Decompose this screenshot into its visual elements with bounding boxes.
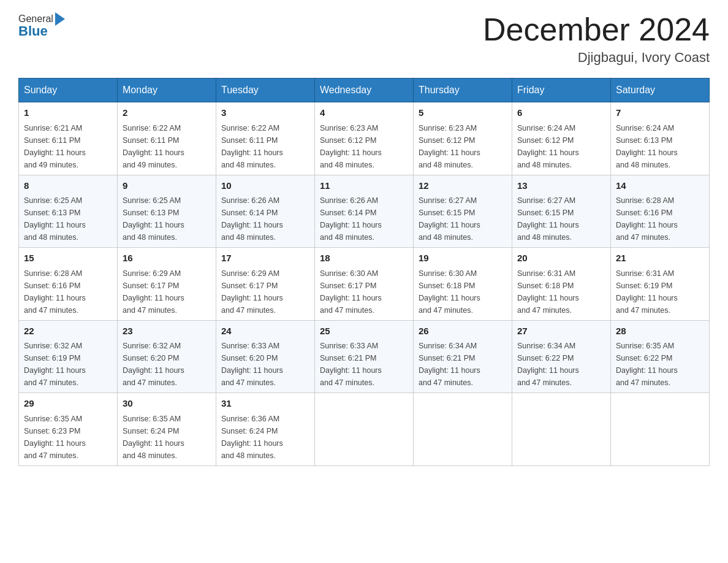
logo: General Blue [18, 12, 67, 39]
day-info: Sunrise: 6:35 AMSunset: 6:24 PMDaylight:… [123, 413, 211, 462]
day-info: Sunrise: 6:23 AMSunset: 6:12 PMDaylight:… [320, 122, 408, 171]
day-info: Sunrise: 6:25 AMSunset: 6:13 PMDaylight:… [123, 194, 211, 243]
calendar-cell: 2Sunrise: 6:22 AMSunset: 6:11 PMDaylight… [118, 102, 216, 175]
day-number: 12 [419, 179, 507, 193]
day-info: Sunrise: 6:26 AMSunset: 6:14 PMDaylight:… [320, 194, 408, 243]
day-number: 10 [221, 179, 309, 193]
day-number: 31 [221, 397, 309, 411]
calendar-cell: 24Sunrise: 6:33 AMSunset: 6:20 PMDayligh… [216, 320, 315, 393]
calendar-cell: 8Sunrise: 6:25 AMSunset: 6:13 PMDaylight… [19, 175, 118, 248]
calendar-week-2: 8Sunrise: 6:25 AMSunset: 6:13 PMDaylight… [19, 175, 710, 248]
day-number: 27 [517, 324, 605, 339]
day-number: 8 [24, 179, 112, 193]
calendar-cell [512, 393, 611, 466]
day-info: Sunrise: 6:34 AMSunset: 6:22 PMDaylight:… [517, 340, 605, 389]
calendar-table: Sunday Monday Tuesday Wednesday Thursday… [18, 78, 710, 466]
day-info: Sunrise: 6:28 AMSunset: 6:16 PMDaylight:… [24, 267, 112, 316]
day-number: 19 [419, 251, 507, 266]
day-info: Sunrise: 6:21 AMSunset: 6:11 PMDaylight:… [24, 122, 112, 171]
day-number: 16 [123, 251, 211, 266]
day-info: Sunrise: 6:24 AMSunset: 6:12 PMDaylight:… [517, 122, 605, 171]
calendar-cell: 6Sunrise: 6:24 AMSunset: 6:12 PMDaylight… [512, 102, 611, 175]
calendar-week-1: 1Sunrise: 6:21 AMSunset: 6:11 PMDaylight… [19, 102, 710, 175]
day-info: Sunrise: 6:29 AMSunset: 6:17 PMDaylight:… [123, 267, 211, 316]
calendar-cell: 13Sunrise: 6:27 AMSunset: 6:15 PMDayligh… [512, 175, 611, 248]
day-info: Sunrise: 6:26 AMSunset: 6:14 PMDaylight:… [221, 194, 309, 243]
day-number: 1 [24, 106, 112, 120]
day-info: Sunrise: 6:32 AMSunset: 6:19 PMDaylight:… [24, 340, 112, 389]
col-friday: Friday [512, 79, 611, 102]
calendar-cell: 10Sunrise: 6:26 AMSunset: 6:14 PMDayligh… [216, 175, 315, 248]
day-info: Sunrise: 6:33 AMSunset: 6:20 PMDaylight:… [221, 340, 309, 389]
day-number: 22 [24, 324, 112, 339]
day-info: Sunrise: 6:36 AMSunset: 6:24 PMDaylight:… [221, 413, 309, 462]
calendar-cell: 19Sunrise: 6:30 AMSunset: 6:18 PMDayligh… [414, 248, 512, 321]
day-number: 15 [24, 251, 112, 266]
day-number: 28 [616, 324, 704, 339]
calendar-cell: 14Sunrise: 6:28 AMSunset: 6:16 PMDayligh… [611, 175, 710, 248]
day-number: 17 [221, 251, 309, 266]
calendar-cell: 29Sunrise: 6:35 AMSunset: 6:23 PMDayligh… [19, 393, 118, 466]
col-sunday: Sunday [19, 79, 118, 102]
day-number: 3 [221, 106, 309, 120]
day-number: 24 [221, 324, 309, 339]
day-number: 25 [320, 324, 408, 339]
day-info: Sunrise: 6:22 AMSunset: 6:11 PMDaylight:… [221, 122, 309, 171]
day-info: Sunrise: 6:31 AMSunset: 6:18 PMDaylight:… [517, 267, 605, 316]
calendar-cell: 16Sunrise: 6:29 AMSunset: 6:17 PMDayligh… [118, 248, 216, 321]
day-number: 6 [517, 106, 605, 120]
day-info: Sunrise: 6:34 AMSunset: 6:21 PMDaylight:… [419, 340, 507, 389]
day-info: Sunrise: 6:31 AMSunset: 6:19 PMDaylight:… [616, 267, 704, 316]
calendar-cell: 9Sunrise: 6:25 AMSunset: 6:13 PMDaylight… [118, 175, 216, 248]
day-info: Sunrise: 6:35 AMSunset: 6:23 PMDaylight:… [24, 413, 112, 462]
day-info: Sunrise: 6:30 AMSunset: 6:18 PMDaylight:… [419, 267, 507, 316]
day-info: Sunrise: 6:23 AMSunset: 6:12 PMDaylight:… [419, 122, 507, 171]
day-number: 13 [517, 179, 605, 193]
calendar-cell [611, 393, 710, 466]
title-section: December 2024 Djigbagui, Ivory Coast [483, 12, 710, 66]
day-number: 11 [320, 179, 408, 193]
logo-blue-text: Blue [18, 23, 48, 39]
day-number: 5 [419, 106, 507, 120]
calendar-cell: 30Sunrise: 6:35 AMSunset: 6:24 PMDayligh… [118, 393, 216, 466]
day-number: 29 [24, 397, 112, 411]
calendar-cell: 5Sunrise: 6:23 AMSunset: 6:12 PMDaylight… [414, 102, 512, 175]
calendar-cell [414, 393, 512, 466]
day-number: 30 [123, 397, 211, 411]
calendar-week-3: 15Sunrise: 6:28 AMSunset: 6:16 PMDayligh… [19, 248, 710, 321]
day-info: Sunrise: 6:28 AMSunset: 6:16 PMDaylight:… [616, 194, 704, 243]
calendar-cell: 7Sunrise: 6:24 AMSunset: 6:13 PMDaylight… [611, 102, 710, 175]
calendar-week-5: 29Sunrise: 6:35 AMSunset: 6:23 PMDayligh… [19, 393, 710, 466]
day-info: Sunrise: 6:35 AMSunset: 6:22 PMDaylight:… [616, 340, 704, 389]
day-info: Sunrise: 6:22 AMSunset: 6:11 PMDaylight:… [123, 122, 211, 171]
calendar-cell: 4Sunrise: 6:23 AMSunset: 6:12 PMDaylight… [315, 102, 414, 175]
calendar-cell: 15Sunrise: 6:28 AMSunset: 6:16 PMDayligh… [19, 248, 118, 321]
day-number: 20 [517, 251, 605, 266]
calendar-header-row: Sunday Monday Tuesday Wednesday Thursday… [19, 79, 710, 102]
day-info: Sunrise: 6:32 AMSunset: 6:20 PMDaylight:… [123, 340, 211, 389]
day-info: Sunrise: 6:29 AMSunset: 6:17 PMDaylight:… [221, 267, 309, 316]
day-number: 21 [616, 251, 704, 266]
calendar-cell: 20Sunrise: 6:31 AMSunset: 6:18 PMDayligh… [512, 248, 611, 321]
calendar-cell: 26Sunrise: 6:34 AMSunset: 6:21 PMDayligh… [414, 320, 512, 393]
col-monday: Monday [118, 79, 216, 102]
day-number: 26 [419, 324, 507, 339]
calendar-cell: 17Sunrise: 6:29 AMSunset: 6:17 PMDayligh… [216, 248, 315, 321]
day-info: Sunrise: 6:27 AMSunset: 6:15 PMDaylight:… [517, 194, 605, 243]
day-info: Sunrise: 6:27 AMSunset: 6:15 PMDaylight:… [419, 194, 507, 243]
calendar-cell: 31Sunrise: 6:36 AMSunset: 6:24 PMDayligh… [216, 393, 315, 466]
day-number: 18 [320, 251, 408, 266]
col-thursday: Thursday [414, 79, 512, 102]
calendar-cell: 1Sunrise: 6:21 AMSunset: 6:11 PMDaylight… [19, 102, 118, 175]
calendar-cell: 28Sunrise: 6:35 AMSunset: 6:22 PMDayligh… [611, 320, 710, 393]
day-info: Sunrise: 6:33 AMSunset: 6:21 PMDaylight:… [320, 340, 408, 389]
calendar-cell: 22Sunrise: 6:32 AMSunset: 6:19 PMDayligh… [19, 320, 118, 393]
calendar-cell: 25Sunrise: 6:33 AMSunset: 6:21 PMDayligh… [315, 320, 414, 393]
calendar-cell: 27Sunrise: 6:34 AMSunset: 6:22 PMDayligh… [512, 320, 611, 393]
day-number: 7 [616, 106, 704, 120]
day-info: Sunrise: 6:24 AMSunset: 6:13 PMDaylight:… [616, 122, 704, 171]
col-wednesday: Wednesday [315, 79, 414, 102]
day-number: 14 [616, 179, 704, 193]
day-number: 23 [123, 324, 211, 339]
day-info: Sunrise: 6:25 AMSunset: 6:13 PMDaylight:… [24, 194, 112, 243]
